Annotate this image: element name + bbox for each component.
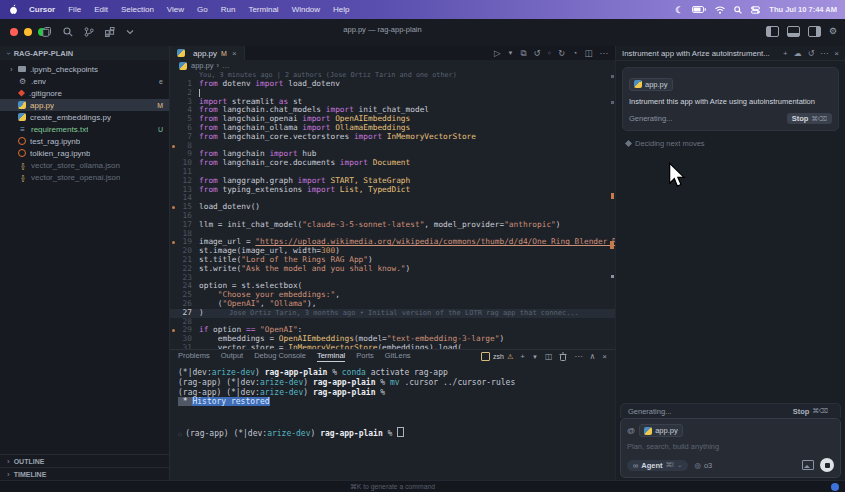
code-line-6[interactable]: 6from langchain_ollama import OllamaEmbe… bbox=[170, 124, 615, 133]
code-line-24[interactable]: 24option = st.selectbox( bbox=[170, 282, 615, 291]
code-line-15[interactable]: 15load_dotenv() bbox=[170, 203, 615, 212]
code-line-13[interactable]: 13from typing_extensions import List, Ty… bbox=[170, 186, 615, 195]
file-item-app.py[interactable]: app.pyM bbox=[0, 99, 169, 111]
context-file-chip[interactable]: app.py bbox=[639, 424, 683, 437]
forward-icon[interactable]: ↻ bbox=[558, 48, 565, 58]
new-terminal-icon[interactable]: + bbox=[520, 352, 525, 361]
maximize-panel-icon[interactable]: ∧ bbox=[589, 352, 595, 361]
menu-file[interactable]: File bbox=[68, 5, 81, 14]
menu-help[interactable]: Help bbox=[333, 5, 349, 14]
split-editor-icon[interactable]: ◫ bbox=[584, 48, 592, 58]
code-line-7[interactable]: 7from langchain_core.vectorstores import… bbox=[170, 133, 615, 142]
menu-edit[interactable]: Edit bbox=[94, 5, 108, 14]
code-line-26[interactable]: 26 ("OpenAI", "Ollama"), bbox=[170, 300, 615, 309]
file-item-tolkien_rag.ipynb[interactable]: tolkien_rag.ipynb bbox=[0, 147, 169, 159]
code-line-29[interactable]: 29if option == "OpenAI": bbox=[170, 326, 615, 335]
kill-terminal-trash-icon[interactable] bbox=[559, 352, 567, 361]
send-stop-button[interactable] bbox=[820, 458, 834, 472]
history-icon[interactable]: ↺ bbox=[808, 49, 815, 58]
moon-icon[interactable]: ☾ bbox=[675, 5, 683, 15]
code-line-23[interactable]: 23 bbox=[170, 274, 615, 283]
file-item-.gitignore[interactable]: .gitignore bbox=[0, 87, 169, 99]
code-line-25[interactable]: 25 "Choose your embeddings:", bbox=[170, 291, 615, 300]
gear-icon[interactable]: ⚙ bbox=[829, 27, 837, 36]
code-editor[interactable]: You, 3 minutes ago | 2 authors (Jose Ort… bbox=[170, 71, 615, 349]
terminal-dropdown-icon[interactable]: ▼ bbox=[532, 354, 538, 360]
apple-logo-icon[interactable] bbox=[9, 4, 18, 15]
menu-run[interactable]: Run bbox=[221, 5, 236, 14]
code-line-28[interactable]: 28 bbox=[170, 318, 615, 327]
code-line-19[interactable]: 19image_url = "https://upload.wikimedia.… bbox=[170, 238, 615, 247]
context-file-chip[interactable]: app.py bbox=[629, 78, 673, 91]
panel-tab-debug-console[interactable]: Debug Console bbox=[254, 351, 306, 362]
code-line-2[interactable]: 2 bbox=[170, 89, 615, 98]
code-line-20[interactable]: 20st.image(image_url, width=300) bbox=[170, 247, 615, 256]
code-line-9[interactable]: 9from langchain import hub bbox=[170, 150, 615, 159]
menu-cursor[interactable]: Cursor bbox=[29, 5, 55, 14]
code-line-30[interactable]: 30 embeddings = OpenAIEmbeddings(model="… bbox=[170, 335, 615, 344]
code-line-5[interactable]: 5from langchain_openai import OpenAIEmbe… bbox=[170, 115, 615, 124]
code-line-1[interactable]: 1from dotenv import load_dotenv bbox=[170, 80, 615, 89]
back-icon[interactable]: ↺ bbox=[533, 48, 540, 58]
code-line-18[interactable]: 18 bbox=[170, 230, 615, 239]
panel-tab-output[interactable]: Output bbox=[221, 351, 244, 362]
split-terminal-icon[interactable]: ◫ bbox=[545, 352, 553, 361]
menu-view[interactable]: View bbox=[167, 5, 184, 14]
mention-icon[interactable]: @ bbox=[627, 426, 635, 435]
panel-tab-ports[interactable]: Ports bbox=[356, 351, 374, 362]
spotlight-search-icon[interactable] bbox=[734, 6, 742, 14]
input-placeholder[interactable]: Plan, search, build anything bbox=[627, 442, 834, 451]
more-actions-icon[interactable]: ⋯ bbox=[600, 48, 609, 58]
panel-tab-problems[interactable]: Problems bbox=[178, 351, 210, 362]
close-panel-icon[interactable]: × bbox=[602, 352, 607, 361]
new-chat-icon[interactable]: + bbox=[783, 49, 788, 58]
close-panel-icon[interactable]: × bbox=[834, 49, 839, 58]
run-python-icon[interactable]: ▷ bbox=[494, 48, 501, 58]
stop-button[interactable]: Stop⌘⌫ bbox=[787, 113, 832, 124]
code-line-10[interactable]: 10from langchain_core.documents import D… bbox=[170, 159, 615, 168]
close-tab-icon[interactable]: × bbox=[232, 49, 237, 58]
terminal-instance-zsh[interactable]: zsh ⚠ bbox=[481, 352, 513, 361]
toggle-panel-icon[interactable] bbox=[787, 26, 800, 37]
open-changes-icon[interactable]: ⧉ bbox=[520, 48, 526, 59]
more-icon[interactable]: ⋯ bbox=[820, 49, 828, 58]
model-selector[interactable]: ◎ o3 bbox=[694, 461, 712, 470]
tab-app-py[interactable]: app.py M × bbox=[170, 46, 245, 60]
chat-input[interactable]: @ app.py Plan, search, build anything ∞ … bbox=[620, 418, 841, 478]
attach-image-icon[interactable] bbox=[802, 460, 814, 470]
more-icon[interactable]: ⋯ bbox=[574, 352, 582, 361]
cloud-icon[interactable]: ☁ bbox=[794, 49, 802, 58]
file-item-test_rag.ipynb[interactable]: test_rag.ipynb bbox=[0, 135, 169, 147]
code-line-11[interactable]: 11 bbox=[170, 168, 615, 177]
toggle-secondary-sidebar-icon[interactable] bbox=[808, 26, 821, 37]
code-line-12[interactable]: 12from langgraph.graph import START, Sta… bbox=[170, 177, 615, 186]
code-line-8[interactable]: 8 bbox=[170, 142, 615, 151]
code-line-21[interactable]: 21st.title("Lord of the Rings RAG App") bbox=[170, 256, 615, 265]
menu-terminal[interactable]: Terminal bbox=[248, 5, 278, 14]
status-indicator-icon[interactable] bbox=[831, 483, 839, 491]
agent-mode-selector[interactable]: ∞ Agent ⌘I ⌄ bbox=[627, 460, 688, 471]
menubar-clock[interactable]: Thu Jul 10 7:44 AM bbox=[769, 5, 837, 14]
file-item-.env[interactable]: .enve bbox=[0, 75, 169, 87]
breadcrumb[interactable]: app.py › … bbox=[170, 60, 615, 71]
file-item-.ipynb_checkpoints[interactable]: ›.ipynb_checkpoints bbox=[0, 63, 169, 75]
panel-tab-terminal[interactable]: Terminal bbox=[317, 351, 345, 362]
panel-tab-gitlens[interactable]: GitLens bbox=[385, 351, 411, 362]
code-line-3[interactable]: 3import streamlit as st bbox=[170, 98, 615, 107]
stop-button[interactable]: Stop⌘⌫ bbox=[788, 406, 833, 417]
toggle-primary-sidebar-icon[interactable] bbox=[766, 26, 779, 37]
file-item-vector_store_ollama.json[interactable]: vector_store_ollama.json bbox=[0, 159, 169, 171]
file-item-create_embeddings.py[interactable]: create_embeddings.py bbox=[0, 111, 169, 123]
code-line-14[interactable]: 14 bbox=[170, 194, 615, 203]
timeline-clock-icon[interactable]: ◔ bbox=[572, 48, 577, 58]
code-line-22[interactable]: 22st.write("Ask the model and you shall … bbox=[170, 265, 615, 274]
code-line-16[interactable]: 16 bbox=[170, 212, 615, 221]
timeline-section[interactable]: › TIMELINE bbox=[0, 467, 169, 480]
menu-window[interactable]: Window bbox=[292, 5, 320, 14]
control-center-icon[interactable] bbox=[751, 6, 760, 14]
code-line-17[interactable]: 17llm = init_chat_model("claude-3-5-sonn… bbox=[170, 221, 615, 230]
explorer-root-header[interactable]: › RAG-APP-PLAIN bbox=[0, 46, 169, 60]
menu-selection[interactable]: Selection bbox=[121, 5, 154, 14]
terminal-output[interactable]: (*|dev:arize-dev) rag-app-plain % conda … bbox=[170, 363, 615, 437]
code-line-4[interactable]: 4from langchain.chat_models import init_… bbox=[170, 106, 615, 115]
